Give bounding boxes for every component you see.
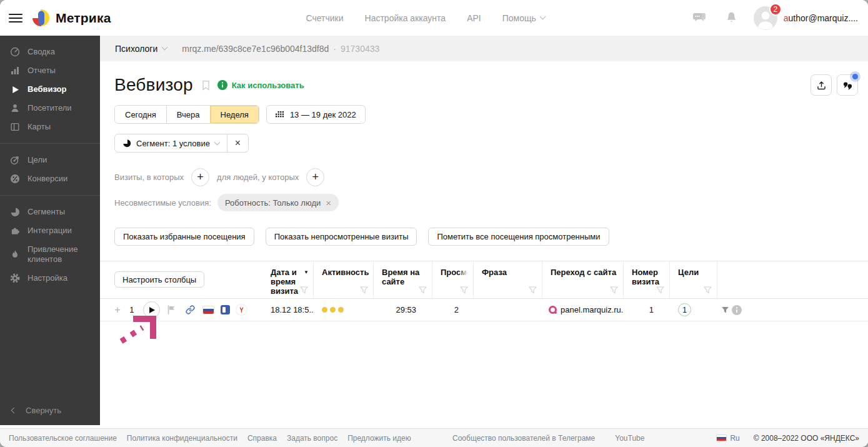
language-selector[interactable]: Ru [717, 434, 739, 443]
footer-link-help[interactable]: Справка [247, 434, 277, 443]
nav-api[interactable]: API [467, 13, 481, 23]
play-visit-button[interactable] [143, 301, 160, 318]
chat-icon[interactable] [692, 11, 707, 25]
column-header-referrer[interactable]: Переход с сайта [542, 261, 624, 298]
date-controls: Сегодня Вчера Неделя 13 — 19 дек 2022 [114, 105, 858, 124]
show-unviewed-button[interactable]: Показать непросмотренные визиты [266, 228, 417, 246]
sidebar-item-webvisor[interactable]: Вебвизор [0, 80, 100, 99]
footer-link-terms[interactable]: Пользовательское соглашение [9, 434, 117, 443]
nav-account-settings[interactable]: Настройка аккаунта [365, 13, 446, 23]
sidebar-item-summary[interactable]: Сводка [0, 43, 100, 61]
link-icon[interactable] [186, 305, 195, 314]
activity-dot [330, 307, 336, 313]
notification-dot [852, 74, 858, 79]
top-nav: Счетчики Настройка аккаунта API Помощь [306, 13, 545, 23]
visit-row[interactable]: + 1 18.12 18:5... [100, 299, 868, 321]
play-icon [149, 307, 155, 313]
counter-separator: · [333, 44, 336, 54]
user-email[interactable]: author@marquiz.... [784, 13, 858, 23]
marquiz-favicon [549, 306, 557, 314]
date-range-button[interactable]: 13 — 19 дек 2022 [266, 105, 366, 124]
notification-badge: 2 [769, 3, 782, 16]
nav-counters[interactable]: Счетчики [306, 13, 344, 23]
footer-link-privacy[interactable]: Политика конфиденциальности [127, 434, 237, 443]
footer-link-ask-question[interactable]: Задать вопрос [287, 434, 337, 443]
title-actions [811, 74, 858, 96]
configure-columns-button[interactable]: Настроить столбцы [114, 271, 204, 288]
sidebar-item-reports[interactable]: Отчеты [0, 61, 100, 80]
column-header-datetime[interactable]: Дата и время визита ▼ [262, 261, 314, 298]
metrica-logo[interactable]: Метрика [32, 9, 111, 26]
hamburger-menu-icon[interactable] [9, 11, 22, 26]
puzzle-icon [10, 226, 20, 236]
column-header-activity[interactable]: Активность [314, 261, 374, 298]
filter-funnel-icon[interactable] [360, 286, 368, 294]
segment-control: Сегмент: 1 условие × [114, 134, 249, 153]
sidebar-item-maps[interactable]: Карты [0, 118, 100, 136]
chip-close-icon[interactable]: × [326, 198, 331, 208]
footer-link-youtube[interactable]: YouTube [615, 434, 644, 443]
counter-selector[interactable]: Психологи [115, 44, 167, 54]
filter-funnel-icon[interactable] [300, 286, 308, 294]
sidebar-item-label: Сводка [27, 47, 55, 57]
filter-funnel-icon[interactable] [460, 286, 468, 294]
sidebar-collapse-button[interactable]: Свернуть [0, 406, 100, 415]
avatar[interactable]: 2 [754, 6, 777, 30]
mark-all-viewed-button[interactable]: Пометить все посещения просмотренными [428, 228, 609, 246]
tab-week[interactable]: Неделя [210, 106, 259, 123]
row-filter-funnel-icon[interactable] [721, 306, 729, 314]
info-icon[interactable] [732, 305, 742, 315]
footer-link-suggest-idea[interactable]: Предложить идею [347, 434, 411, 443]
column-header-time-on-site[interactable]: Время на сайте [374, 261, 432, 298]
pie-chart-icon [122, 139, 131, 148]
bookmark-icon[interactable] [202, 80, 210, 91]
export-button[interactable] [811, 74, 832, 96]
column-header-goals[interactable]: Цели [670, 261, 717, 298]
filter-funnel-icon[interactable] [610, 286, 618, 294]
feedback-quotes-icon [842, 80, 853, 91]
tab-yesterday[interactable]: Вчера [166, 106, 210, 123]
cell-goals: 1 [670, 303, 717, 316]
filter-funnel-icon[interactable] [419, 286, 427, 294]
top-right-cluster: 2 author@marquiz.... [692, 6, 858, 30]
howto-link[interactable]: Как использовать [217, 80, 304, 90]
add-visit-condition-button[interactable]: + [191, 168, 209, 186]
segment-button[interactable]: Сегмент: 1 условие [115, 134, 227, 152]
feedback-button[interactable] [837, 74, 858, 96]
expand-row-icon[interactable]: + [114, 304, 121, 315]
sidebar-item-settings[interactable]: Настройка [0, 269, 100, 288]
nav-help[interactable]: Помощь [502, 13, 545, 23]
sidebar-item-segments[interactable]: Сегменты [0, 203, 100, 221]
segment-row: Сегмент: 1 условие × [114, 134, 858, 153]
activity-dot [338, 307, 344, 313]
sort-desc-icon[interactable]: ▼ [304, 268, 309, 277]
actions-row: Показать избранные посещения Показать не… [114, 228, 858, 246]
sidebar-group-goals: Цели Конверсии [0, 144, 100, 195]
tab-today[interactable]: Сегодня [115, 106, 166, 123]
sidebar-item-client-acquisition[interactable]: Привлечение клиентов [0, 240, 100, 269]
top-bar: Метрика Счетчики Настройка аккаунта API … [0, 0, 868, 36]
show-favorites-button[interactable]: Показать избранные посещения [114, 228, 254, 246]
sidebar-item-goals[interactable]: Цели [0, 151, 100, 169]
filter-funnel-icon[interactable] [656, 286, 664, 294]
sidebar-item-visitors[interactable]: Посетители [0, 99, 100, 118]
sidebar-item-label: Цели [27, 155, 47, 165]
column-header-phrase[interactable]: Фраза [474, 261, 542, 298]
sidebar-item-integrations[interactable]: Интеграции [0, 221, 100, 240]
flag-icon[interactable] [167, 305, 176, 314]
column-header-visit-number[interactable]: Номер визита [624, 261, 670, 298]
calendar-grid-icon [276, 111, 284, 118]
footer-link-telegram-community[interactable]: Сообщество пользователей в Телеграме [452, 434, 595, 443]
add-people-condition-button[interactable]: + [306, 168, 324, 186]
segment-close-button[interactable]: × [227, 134, 248, 152]
gear-icon [10, 273, 20, 283]
row-controls: + 1 [100, 301, 262, 318]
footer: Пользовательское соглашение Политика кон… [0, 428, 868, 447]
sidebar-item-conversions[interactable]: Конверсии [0, 169, 100, 188]
robotness-chip[interactable]: Роботность: Только люди × [217, 194, 339, 211]
column-header-views[interactable]: Просмотры [432, 261, 474, 298]
filter-funnel-icon[interactable] [529, 286, 537, 294]
cell-activity [314, 307, 374, 313]
filter-funnel-icon[interactable] [704, 286, 712, 294]
bell-icon[interactable] [726, 11, 737, 24]
